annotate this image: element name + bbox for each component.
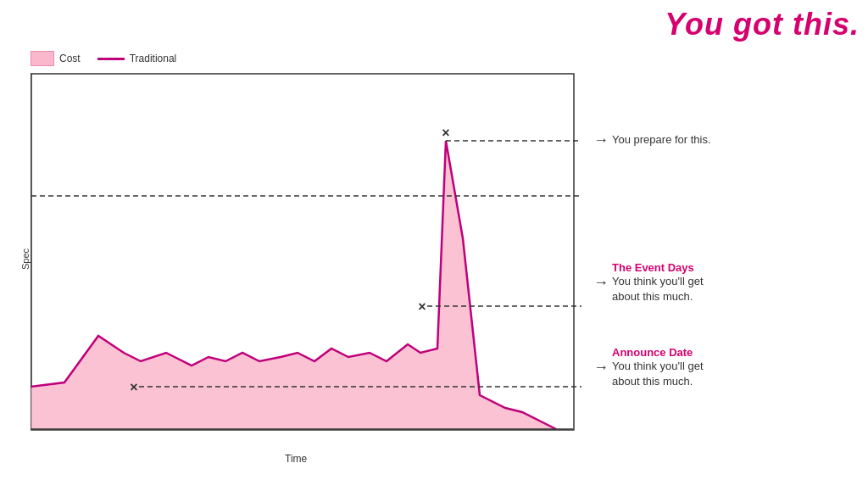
annotation-event-days: → The Event Days You think you'll getabo…	[593, 261, 704, 306]
annotations-panel: → You prepare for this. → The Event Days…	[593, 51, 865, 466]
annotation-announce-arrow: → Announce Date You think you'll getabou…	[593, 346, 704, 389]
x-axis-label: Time	[285, 453, 307, 465]
announce-date-text: You think you'll getabout this much.	[612, 359, 704, 389]
svg-text:×: ×	[130, 380, 137, 394]
svg-text:×: ×	[418, 299, 426, 314]
traditional-line-sample	[97, 58, 125, 60]
traditional-label: Traditional	[130, 53, 177, 64]
announce-date-title: Announce Date	[612, 346, 704, 359]
cost-label: Cost	[59, 53, 81, 64]
annotation-announce-date: → Announce Date You think you'll getabou…	[593, 346, 704, 391]
annotation-prepare-arrow: → You prepare for this.	[593, 131, 711, 149]
annotation-prepare-text: You prepare for this.	[612, 132, 711, 148]
event-days-text: You think you'll getabout this much.	[612, 274, 704, 304]
you-got-this-heading: You got this.	[665, 7, 860, 42]
legend-cost: Cost	[31, 51, 81, 66]
chart-svg: × × ×	[31, 73, 590, 455]
legend-traditional: Traditional	[97, 53, 177, 64]
annotation-event-arrow: → The Event Days You think you'll getabo…	[593, 261, 704, 304]
main-container: You got this. Spec Cost Traditional	[0, 0, 868, 491]
svg-text:×: ×	[442, 126, 449, 140]
event-days-title: The Event Days	[612, 261, 704, 274]
annotation-prepare: → You prepare for this.	[593, 131, 711, 151]
cost-color-box	[31, 51, 54, 66]
chart-inner: Cost Traditional ×	[31, 51, 593, 466]
chart-wrapper: Spec Cost Traditional	[17, 51, 593, 466]
y-axis-label: Spec	[17, 51, 31, 466]
legend: Cost Traditional	[31, 51, 176, 66]
